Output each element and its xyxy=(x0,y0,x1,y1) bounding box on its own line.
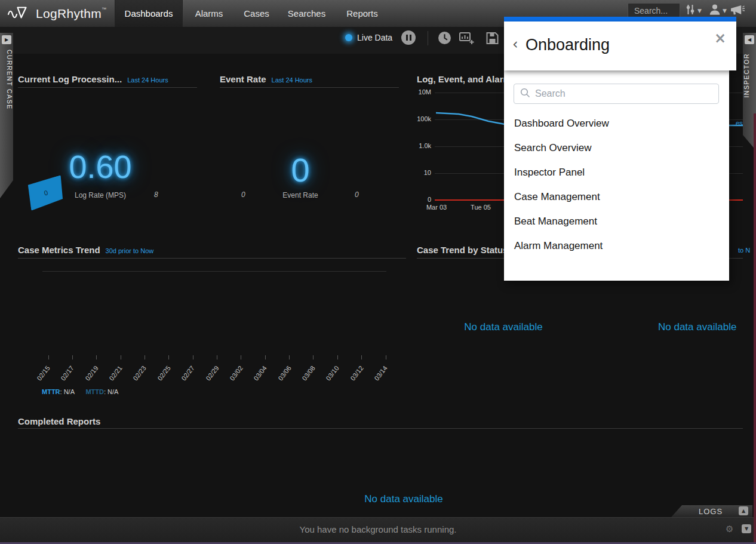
x-axis-tick-mark xyxy=(193,355,193,359)
toolbar-divider xyxy=(428,31,428,45)
tab-dashboards[interactable]: Dashboards xyxy=(115,0,183,27)
divider xyxy=(220,87,399,88)
no-data-message: No data available xyxy=(444,321,563,333)
mttd-value: : N/A xyxy=(104,388,118,395)
collapse-down-icon[interactable]: ▼ xyxy=(742,524,751,533)
divider xyxy=(18,258,406,259)
menu-item-alarm-management[interactable]: Alarm Management xyxy=(514,240,711,253)
x-axis-tick-label: 02/27 xyxy=(170,364,196,395)
filter-settings-button[interactable]: ▼ xyxy=(684,4,702,18)
add-widget-button[interactable] xyxy=(459,31,475,48)
x-axis-tick-mark xyxy=(145,355,145,359)
live-data-indicator-icon xyxy=(345,34,352,41)
logo-text: LogRhythm™ xyxy=(36,7,106,21)
x-axis-tick-mark xyxy=(168,355,169,359)
x-axis-tick-mark xyxy=(96,355,97,359)
y-axis-tick: 1.0k xyxy=(410,142,431,149)
expand-up-icon[interactable]: ▲ xyxy=(739,506,748,515)
tab-reports[interactable]: Reports xyxy=(336,0,389,27)
completed-reports-widget-header: Completed Reports xyxy=(18,416,100,427)
time-range-button[interactable] xyxy=(438,31,451,47)
current-case-drawer-tab[interactable]: ▶ CURRENT CASE xyxy=(0,33,13,198)
logrhythm-logo: LogRhythm™ xyxy=(7,0,106,27)
x-axis-tick-label: 03/10 xyxy=(314,364,340,395)
logrhythm-wave-icon xyxy=(7,5,31,23)
x-axis-tick-mark xyxy=(241,355,241,359)
x-axis-tick-label: 03/04 xyxy=(242,364,268,395)
search-icon xyxy=(520,88,530,100)
x-axis-tick-mark xyxy=(313,355,314,359)
logs-label: LOGS xyxy=(699,507,723,516)
x-axis-tick-label: 03/14 xyxy=(362,364,389,395)
case-trend-widget-header: Case Trend by Status xyxy=(417,245,508,256)
logs-drawer-tab[interactable]: LOGS ▲ xyxy=(671,505,752,517)
divider xyxy=(18,87,197,88)
menu-item-search-overview[interactable]: Search Overview xyxy=(514,142,711,155)
x-axis-tick-mark xyxy=(217,355,217,359)
x-axis-tick-label: 03/08 xyxy=(290,364,316,395)
sliders-icon xyxy=(684,4,696,18)
event-rate-label: Event Rate xyxy=(259,191,342,199)
onboarding-search-input[interactable] xyxy=(535,88,712,99)
case-metrics-widget-header: Case Metrics Trend30d prior to Now xyxy=(18,245,153,256)
user-menu-button[interactable]: ▼ xyxy=(708,4,727,18)
current-case-label: CURRENT CASE xyxy=(0,50,13,110)
gauge-min-label: 0 xyxy=(44,189,49,196)
menu-item-case-management[interactable]: Case Management xyxy=(514,191,711,204)
widget-range: 30d prior to Now xyxy=(106,247,154,254)
back-chevron-icon[interactable]: ‹ xyxy=(512,36,518,53)
menu-item-inspector-panel[interactable]: Inspector Panel xyxy=(514,167,711,180)
x-axis-tick: Mar 03 xyxy=(419,204,454,211)
x-axis-tick-label: 02/29 xyxy=(193,364,220,395)
inspector-label: INSPECTOR xyxy=(743,53,756,98)
onboarding-search-box xyxy=(514,84,719,104)
y-axis-tick: 10M xyxy=(410,88,431,96)
expand-left-icon[interactable]: ◀ xyxy=(745,35,754,44)
x-axis-tick-mark xyxy=(361,355,362,359)
menu-item-dashboard-overview[interactable]: Dashboard Overview xyxy=(514,118,711,131)
no-data-message: No data available xyxy=(344,493,463,505)
chart-top-gridline xyxy=(42,271,386,272)
onboarding-panel-body: Dashboard Overview Search Overview Inspe… xyxy=(504,70,729,281)
x-axis-tick-label: 03/12 xyxy=(338,364,364,395)
widget-range: Last 24 Hours xyxy=(272,76,312,84)
gear-icon[interactable]: ⚙ xyxy=(726,524,733,534)
x-axis-tick-label: 03/02 xyxy=(218,364,244,395)
pause-live-data-button[interactable] xyxy=(401,30,416,45)
case-metrics-legend: MTTR: N/A MTTD: N/A xyxy=(42,386,118,397)
tab-searches[interactable]: Searches xyxy=(278,0,336,27)
announcements-button[interactable] xyxy=(730,4,745,18)
tab-alarms[interactable]: Alarms xyxy=(183,0,235,27)
save-dashboard-button[interactable] xyxy=(485,31,500,48)
clipped-range-text: to N xyxy=(738,247,750,254)
x-axis-tick-mark xyxy=(48,355,49,359)
menu-item-beat-management[interactable]: Beat Management xyxy=(514,216,711,229)
gauge-max-label: 0 xyxy=(355,190,359,199)
y-axis-tick: 0 xyxy=(410,196,431,203)
widget-title: Completed Reports xyxy=(18,416,100,426)
onboarding-panel-accent-bar xyxy=(504,17,736,21)
no-data-message: No data available xyxy=(658,321,736,333)
expand-right-icon[interactable]: ▶ xyxy=(2,35,11,44)
x-axis-tick-label: 03/06 xyxy=(266,364,292,395)
x-axis-tick-mark xyxy=(121,355,121,359)
mttr-value: : N/A xyxy=(60,388,75,395)
gauge-min-label: 0 xyxy=(241,190,245,199)
x-axis-tick-mark xyxy=(289,355,290,359)
live-data-label: Live Data xyxy=(357,33,392,42)
tab-cases[interactable]: Cases xyxy=(235,0,278,27)
onboarding-title: Onboarding xyxy=(525,36,610,54)
x-axis-tick-mark xyxy=(265,355,266,359)
nav-tabs: Dashboards Alarms Cases Searches Reports xyxy=(115,0,389,27)
global-search-input[interactable] xyxy=(628,3,680,18)
x-axis-tick-label: 02/25 xyxy=(146,364,172,395)
x-axis-tick-mark xyxy=(386,355,386,359)
close-icon[interactable]: × xyxy=(714,31,726,45)
widget-range: Last 24 Hours xyxy=(127,76,168,84)
background-tasks-status: You have no background tasks running. xyxy=(0,524,756,534)
event-rate-widget-header: Event RateLast 24 Hours xyxy=(220,74,312,85)
widget-title: Current Log Processin... xyxy=(18,74,122,84)
log-rate-label: Log Rate (MPS) xyxy=(59,191,142,199)
y-axis-tick: 100k xyxy=(410,115,431,122)
mttr-label: MTTR xyxy=(42,388,60,395)
